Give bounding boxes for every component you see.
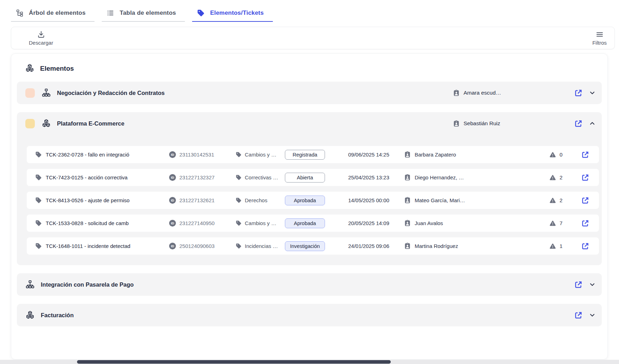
warning-count: 0 xyxy=(560,152,562,158)
warnings-cell: 2 xyxy=(549,197,581,204)
panel-header: Elementos xyxy=(25,64,602,73)
datetime-cell: 14/05/2025 00:00 xyxy=(348,197,404,203)
ticket-category-cell: Incidencias … xyxy=(236,243,285,249)
ticket-category: Incidencias … xyxy=(245,243,278,249)
open-group-button[interactable] xyxy=(574,119,583,128)
tab-elementos-tickets[interactable]: Elementos/Tickets xyxy=(192,9,273,22)
warnings-cell: 2 xyxy=(549,174,581,181)
ticket-title: TCK-1648-1011 - incidente detectad xyxy=(46,243,130,249)
svg-text:ID: ID xyxy=(171,153,174,157)
tag-icon xyxy=(35,174,42,181)
filters-label: Filtros xyxy=(592,40,607,46)
group-card: Integración con Pasarela de Pago xyxy=(17,273,602,296)
warning-icon xyxy=(549,151,556,158)
scrollbar-thumb[interactable] xyxy=(77,360,391,364)
assignee-name: Sebastián Ruiz xyxy=(464,120,500,127)
ticket-title-cell: TCK-2362-0728 - fallo en integració xyxy=(35,151,169,158)
ticket-title-cell: TCK-7423-0125 - acción correctiva xyxy=(35,174,169,181)
ticket-assignee: Juan Avalos xyxy=(415,220,443,226)
toggle-group-button[interactable] xyxy=(583,120,596,127)
open-ticket-button[interactable] xyxy=(581,173,589,182)
ticket-id-cell: ID231227140950 xyxy=(169,219,236,227)
external-link-icon xyxy=(574,89,583,97)
assignee-cell: Mateo García, Mari… xyxy=(404,197,549,204)
open-group-button[interactable] xyxy=(574,311,583,320)
warnings-cell: 1 xyxy=(549,243,581,249)
tab-arbol-de-elementos[interactable]: Árbol de elementos xyxy=(11,9,95,22)
id-icon: ID xyxy=(169,197,176,204)
status-badge[interactable]: Aprobada xyxy=(285,218,325,228)
id-icon: ID xyxy=(169,151,176,158)
assignee-name: Amara escud… xyxy=(464,90,501,96)
warning-count: 7 xyxy=(560,220,562,226)
tab-tabla-de-elementos[interactable]: Tabla de elementos xyxy=(102,9,185,22)
open-group-button[interactable] xyxy=(574,89,583,97)
toggle-group-button[interactable] xyxy=(583,311,596,319)
datetime-cell: 25/04/2025 13:23 xyxy=(348,174,404,180)
cubes-icon xyxy=(42,119,51,128)
group-header[interactable]: Negociación y Redacción de ContratosAmar… xyxy=(17,82,602,104)
external-link-icon xyxy=(581,196,589,205)
warning-count: 2 xyxy=(560,174,562,180)
warning-count: 1 xyxy=(560,243,562,249)
tag-icon xyxy=(236,152,242,158)
open-ticket-button[interactable] xyxy=(581,219,589,228)
tag-icon xyxy=(35,151,42,158)
toggle-group-button[interactable] xyxy=(583,281,596,288)
ticket-row[interactable]: TCK-1533-0828 - solicitud de cambID23122… xyxy=(27,215,599,232)
toggle-group-button[interactable] xyxy=(583,89,596,97)
ticket-row[interactable]: TCK-8413-0526 - ajuste de permisoID23122… xyxy=(27,192,599,209)
status-badge[interactable]: Registrada xyxy=(285,150,325,160)
open-cell xyxy=(581,151,599,159)
status-badge[interactable]: Aprobada xyxy=(285,196,325,205)
open-ticket-button[interactable] xyxy=(581,196,589,205)
chevron-down-icon xyxy=(588,281,596,288)
status-badge[interactable]: Investigación xyxy=(285,241,325,251)
ticket-row[interactable]: TCK-1648-1011 - incidente detectadID2501… xyxy=(27,237,599,255)
group-header[interactable]: Facturación xyxy=(17,304,602,326)
open-cell xyxy=(581,219,599,228)
ticket-assignee: Martina Rodríguez xyxy=(415,243,458,249)
open-group-button[interactable] xyxy=(574,280,583,289)
horizontal-scrollbar[interactable] xyxy=(0,360,619,364)
warning-icon xyxy=(549,220,556,226)
ticket-category: Correctivas … xyxy=(245,174,278,180)
warnings-cell: 0 xyxy=(549,151,581,158)
svg-text:ID: ID xyxy=(171,244,174,248)
ticket-row[interactable]: TCK-2362-0728 - fallo en integracióID231… xyxy=(27,146,599,163)
filters-button[interactable]: Filtros xyxy=(592,30,607,46)
tab-bar: Árbol de elementos Tabla de elementos El… xyxy=(0,0,619,22)
download-button[interactable]: Descargar xyxy=(29,30,53,46)
badge-person-icon xyxy=(453,89,460,97)
ticket-id: 250124090603 xyxy=(179,243,215,249)
external-link-icon xyxy=(574,311,583,320)
external-link-icon xyxy=(581,219,589,228)
ticket-id-cell: ID231227132327 xyxy=(169,174,236,181)
external-link-icon xyxy=(574,280,583,289)
ticket-row[interactable]: TCK-7423-0125 - acción correctivaID23122… xyxy=(27,169,599,186)
open-ticket-button[interactable] xyxy=(581,151,589,159)
status-cell: Aprobada xyxy=(285,218,348,228)
warning-icon xyxy=(549,174,556,181)
status-badge[interactable]: Abierta xyxy=(285,173,325,183)
group-header[interactable]: Plataforma E-CommerceSebastián Ruiz xyxy=(17,112,602,135)
tag-icon xyxy=(236,243,242,249)
sitemap-icon xyxy=(25,280,35,289)
ticket-id: 231227132621 xyxy=(179,197,215,203)
badge-person-icon xyxy=(404,174,411,181)
warnings-cell: 7 xyxy=(549,220,581,226)
ticket-title-cell: TCK-1533-0828 - solicitud de camb xyxy=(35,220,169,226)
ticket-id: 231130142531 xyxy=(179,152,214,158)
group-title: Integración con Pasarela de Pago xyxy=(41,281,134,288)
open-ticket-button[interactable] xyxy=(581,242,589,250)
assignee-cell: Martina Rodríguez xyxy=(404,242,549,250)
ticket-category-cell: Cambios y … xyxy=(236,152,285,158)
datetime-cell: 09/06/2025 14:25 xyxy=(348,152,404,158)
group-header[interactable]: Integración con Pasarela de Pago xyxy=(17,273,602,296)
group-title: Facturación xyxy=(41,312,74,319)
badge-person-icon xyxy=(404,197,411,204)
cubes-icon xyxy=(25,311,35,320)
tab-label: Elementos/Tickets xyxy=(210,9,263,17)
status-cell: Registrada xyxy=(285,150,348,160)
tag-icon xyxy=(35,220,42,226)
